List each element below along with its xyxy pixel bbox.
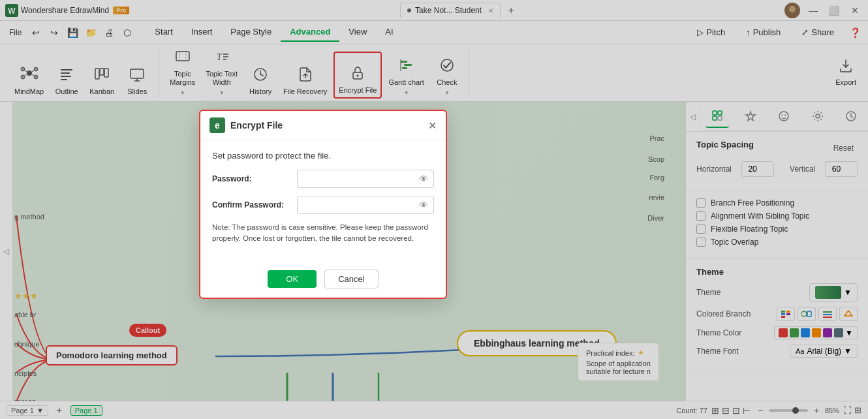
confirm-password-field-row: Confirm Password: 👁	[212, 196, 434, 214]
dialog-body: Set password to protect the file. Passwo…	[200, 140, 446, 264]
password-input[interactable]	[303, 174, 419, 183]
confirm-password-field: Confirm Password: 👁	[212, 196, 434, 214]
encrypt-file-dialog: e Encrypt File ✕ Set password to protect…	[199, 110, 447, 299]
dialog-logo-icon: e	[209, 117, 225, 133]
password-input-wrap: 👁	[297, 170, 434, 188]
dialog-header: e Encrypt File ✕	[200, 111, 446, 140]
dialog-close-btn[interactable]: ✕	[428, 119, 437, 132]
confirm-password-label: Confirm Password:	[212, 200, 290, 210]
dialog-ok-btn[interactable]: OK	[268, 270, 317, 288]
confirm-password-input-wrap: 👁	[297, 196, 434, 214]
password-label: Password:	[212, 174, 290, 183]
password-field-row: Password: 👁	[212, 170, 434, 188]
confirm-password-input[interactable]	[303, 200, 419, 210]
password-field: Password: 👁	[212, 170, 434, 188]
dialog-cancel-btn[interactable]: Cancel	[324, 270, 378, 288]
dialog-note: Note: The password is case sensitive. Pl…	[212, 222, 434, 245]
dialog-footer: OK Cancel	[200, 264, 446, 298]
dialog-title: Encrypt File	[230, 120, 423, 131]
password-eye-icon[interactable]: 👁	[419, 174, 428, 184]
dialog-description: Set password to protect the file.	[212, 151, 434, 161]
dialog-overlay: e Encrypt File ✕ Set password to protect…	[0, 0, 868, 419]
confirm-eye-icon[interactable]: 👁	[419, 200, 428, 210]
